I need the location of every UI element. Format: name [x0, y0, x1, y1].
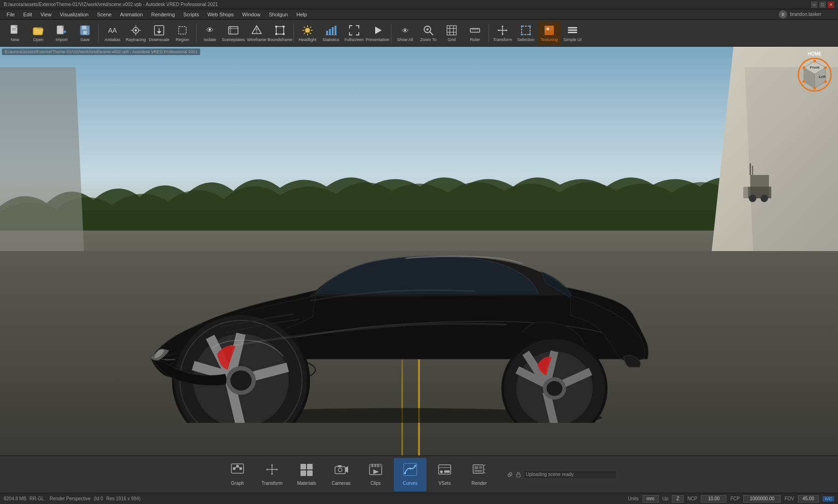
- toolbar-sceneplates-label: Sceneplates: [222, 38, 245, 42]
- bottom-vsets-icon: [438, 463, 452, 479]
- nav-cube-3d[interactable]: Front Left: [797, 57, 832, 92]
- equipment-silhouette: [713, 161, 788, 208]
- grid-icon: [445, 24, 458, 37]
- lock-icon: [515, 471, 522, 478]
- svg-line-46: [430, 32, 433, 35]
- menu-rendering[interactable]: Rendering: [147, 11, 179, 18]
- menu-scripts[interactable]: Scripts: [180, 11, 203, 18]
- toolbar-downscale[interactable]: Downscale: [148, 21, 170, 45]
- svg-marker-64: [497, 29, 499, 31]
- menu-webshops[interactable]: Web Shops: [203, 11, 237, 18]
- toolbar-texturing[interactable]: Texturing: [538, 21, 560, 45]
- bottom-transform-label: Transform: [261, 481, 282, 486]
- svg-point-147: [414, 465, 416, 467]
- toolbar-headlight[interactable]: Headlight: [296, 21, 319, 45]
- svg-line-38: [310, 27, 311, 28]
- bottom-search-area: [507, 470, 617, 479]
- toolbar-ruler-label: Ruler: [470, 38, 480, 42]
- toolbar-save[interactable]: Save: [74, 21, 96, 45]
- menu-shotgun[interactable]: Shotgun: [265, 11, 292, 18]
- toolbar-selection-label: Selection: [517, 38, 534, 42]
- bottom-cameras[interactable]: Cameras: [325, 458, 357, 491]
- status-fcp-input[interactable]: [743, 495, 781, 503]
- nav-home-label[interactable]: HOME: [808, 51, 822, 56]
- status-up-input[interactable]: [672, 495, 684, 503]
- toolbar-boundsframe-label: Boundsframe: [267, 38, 293, 42]
- toolbar-isolate[interactable]: 👁 Isolate: [199, 21, 221, 45]
- bottom-cameras-icon: [334, 463, 348, 479]
- toolbar-open-label: Open: [33, 38, 43, 42]
- status-ncp-input[interactable]: [701, 495, 726, 503]
- bottom-transform[interactable]: Transform: [256, 458, 288, 491]
- toolbar-zoom-to[interactable]: Zoom To: [417, 21, 440, 45]
- svg-rect-131: [300, 464, 306, 469]
- svg-rect-6: [82, 26, 87, 29]
- window-controls: ─ □ ✕: [811, 1, 834, 8]
- toolbar-sceneplates[interactable]: Sceneplates: [222, 21, 244, 45]
- toolbar-wireframe[interactable]: Wireframe: [245, 21, 268, 45]
- bottom-materials-icon: [300, 463, 314, 479]
- toolbar-show-all[interactable]: 👁 Show All: [394, 21, 416, 45]
- bottom-materials[interactable]: Materials: [290, 458, 323, 491]
- status-fov-input[interactable]: [798, 495, 819, 503]
- svg-rect-152: [444, 470, 450, 473]
- menu-view[interactable]: View: [37, 11, 56, 18]
- maximize-button[interactable]: □: [819, 1, 826, 8]
- svg-point-110: [824, 80, 827, 83]
- bottom-vsets[interactable]: VSets: [428, 458, 461, 491]
- menu-help[interactable]: Help: [293, 11, 311, 18]
- status-memory: 8204.8 MB RR-GL: [4, 496, 44, 501]
- bottom-curves[interactable]: Curves: [394, 458, 426, 491]
- status-ivc-badge: IVC: [823, 496, 834, 502]
- svg-marker-137: [345, 466, 348, 473]
- zoom-to-icon: [422, 24, 435, 37]
- bottom-clips[interactable]: Clips: [359, 458, 392, 491]
- bottom-graph[interactable]: Graph: [221, 458, 254, 491]
- status-units-input[interactable]: [642, 495, 659, 503]
- menu-file[interactable]: File: [3, 11, 19, 18]
- toolbar-raytracing[interactable]: Raytracing: [125, 21, 147, 45]
- toolbar-simple-ui[interactable]: Simple UI: [561, 21, 584, 45]
- open-icon: [32, 24, 45, 37]
- svg-rect-29: [283, 33, 285, 35]
- minimize-button[interactable]: ─: [811, 1, 817, 8]
- toolbar-selection[interactable]: Selection: [515, 21, 537, 45]
- toolbar-antialias[interactable]: AA Antialias: [101, 21, 124, 45]
- toolbar-region[interactable]: Region: [171, 21, 194, 45]
- menu-edit[interactable]: Edit: [20, 11, 36, 18]
- toolbar-presentation[interactable]: Presentation: [366, 21, 389, 45]
- toolbar-ruler[interactable]: Ruler: [464, 21, 486, 45]
- toolbar-statistics[interactable]: Statistics: [320, 21, 342, 45]
- toolbar-new[interactable]: New: [4, 21, 26, 45]
- main-viewport[interactable]: B:/aurora/assets/Exterior/Theme-01/VIZ/w…: [0, 47, 838, 455]
- toolbar-boundsframe[interactable]: Boundsframe: [269, 21, 291, 45]
- svg-rect-140: [370, 464, 382, 467]
- status-search-input[interactable]: [524, 470, 617, 479]
- menu-scene[interactable]: Scene: [93, 11, 115, 18]
- svg-marker-130: [276, 469, 278, 470]
- toolbar-region-label: Region: [176, 38, 189, 42]
- import-icon: [55, 24, 68, 37]
- show-all-icon: 👁: [398, 24, 412, 37]
- svg-rect-25: [276, 27, 284, 34]
- toolbar-import[interactable]: Import: [50, 21, 73, 45]
- raytracing-icon: [129, 24, 142, 37]
- texturing-icon: [543, 24, 556, 37]
- toolbar-grid[interactable]: Grid: [440, 21, 463, 45]
- toolbar-fullscreen[interactable]: Fullscreen: [343, 21, 365, 45]
- menu-visualization[interactable]: Visualization: [56, 11, 92, 18]
- presentation-icon: [371, 24, 384, 37]
- svg-rect-18: [179, 27, 186, 34]
- bottom-render-label: Render: [472, 481, 487, 486]
- app-title: B:/aurora/assets/Exterior/Theme-01/VIZ/w…: [4, 2, 811, 7]
- menu-animation[interactable]: Animation: [116, 11, 147, 18]
- menu-window[interactable]: Window: [238, 11, 264, 18]
- bottom-transform-icon: [265, 463, 279, 479]
- close-button[interactable]: ✕: [828, 1, 834, 8]
- nav-cube[interactable]: HOME Front Left: [796, 51, 833, 93]
- svg-point-111: [813, 87, 816, 90]
- toolbar-transform[interactable]: Transform: [491, 21, 514, 45]
- svg-rect-161: [517, 474, 520, 477]
- bottom-render[interactable]: Render: [463, 458, 496, 491]
- toolbar-open[interactable]: Open: [27, 21, 49, 45]
